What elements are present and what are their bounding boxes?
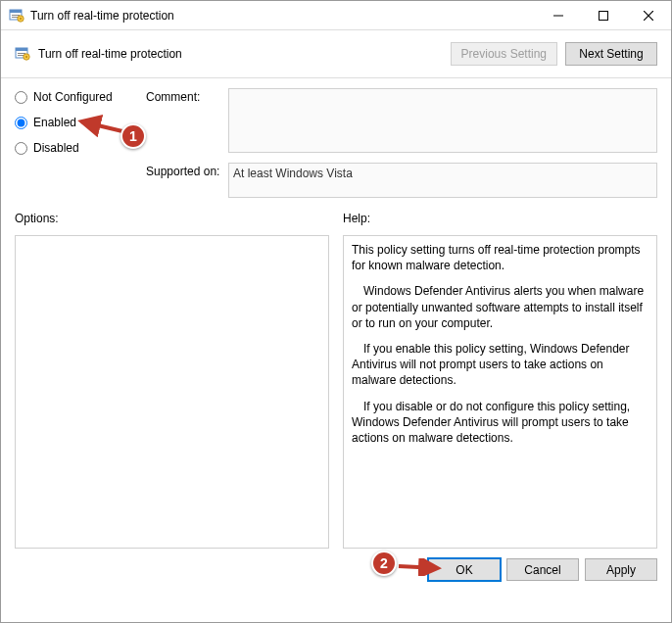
radio-label: Enabled: [33, 116, 76, 129]
header-title: Turn off real-time protection: [38, 47, 443, 61]
svg-rect-7: [600, 11, 608, 20]
apply-button[interactable]: Apply: [585, 558, 657, 581]
help-paragraph: This policy setting turns off real-time …: [352, 242, 648, 273]
cancel-button[interactable]: Cancel: [506, 558, 579, 581]
svg-point-5: [20, 18, 22, 20]
supported-on-label: Supported on:: [146, 163, 224, 178]
radio-label: Not Configured: [33, 90, 113, 104]
annotation-arrow-2: [397, 558, 442, 576]
svg-rect-1: [10, 10, 22, 13]
close-button[interactable]: [626, 1, 671, 30]
options-panel: [15, 235, 329, 549]
window-title: Turn off real-time protection: [30, 9, 536, 23]
minimize-button[interactable]: [536, 1, 581, 30]
maximize-button[interactable]: [581, 1, 626, 30]
next-setting-button[interactable]: Next Setting: [565, 42, 657, 66]
svg-rect-13: [18, 55, 24, 56]
policy-icon: [15, 46, 30, 62]
svg-rect-11: [16, 48, 27, 51]
help-panel: This policy setting turns off real-time …: [343, 235, 657, 549]
help-paragraph: If you disable or do not configure this …: [352, 399, 648, 447]
options-label: Options:: [15, 212, 329, 229]
previous-setting-button: Previous Setting: [451, 42, 557, 66]
svg-line-17: [399, 566, 438, 568]
header: Turn off real-time protection Previous S…: [1, 30, 671, 78]
supported-on-field: [228, 163, 657, 198]
radio-label: Disabled: [33, 141, 79, 155]
svg-point-15: [25, 56, 27, 58]
annotation-arrow-1: [75, 114, 124, 137]
comment-field[interactable]: [228, 88, 657, 153]
footer: 2 OK Cancel Apply: [1, 549, 671, 591]
main: Not Configured Enabled Disabled 1 Commen…: [1, 78, 671, 549]
help-label: Help:: [343, 212, 657, 229]
svg-line-16: [81, 121, 122, 131]
help-paragraph: If you enable this policy setting, Windo…: [352, 341, 648, 389]
svg-rect-3: [12, 17, 18, 18]
svg-rect-12: [18, 53, 25, 54]
annotation-marker-1: 1: [120, 123, 146, 149]
help-paragraph: Windows Defender Antivirus alerts you wh…: [352, 283, 648, 331]
policy-icon: [9, 8, 24, 24]
svg-rect-2: [12, 15, 20, 16]
annotation-marker-2: 2: [371, 551, 397, 576]
radio-not-configured[interactable]: Not Configured: [15, 90, 142, 104]
titlebar: Turn off real-time protection: [1, 1, 671, 30]
comment-label: Comment:: [146, 88, 224, 104]
